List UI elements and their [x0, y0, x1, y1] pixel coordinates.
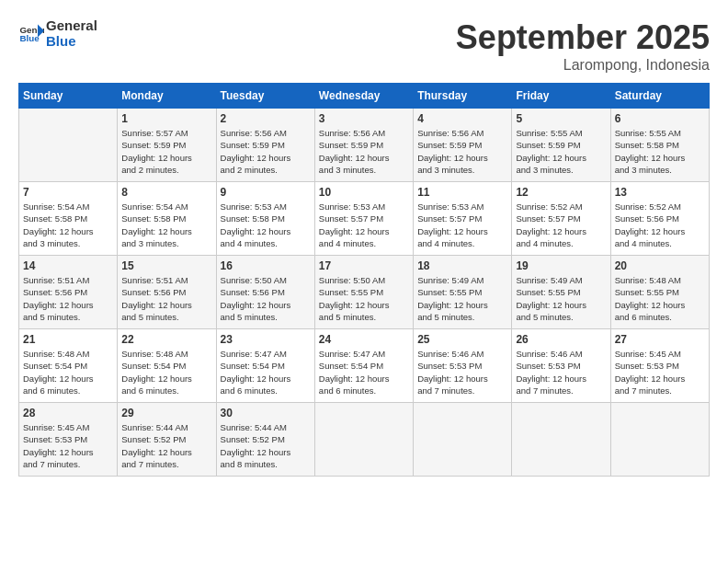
- day-info: Sunrise: 5:54 AM Sunset: 5:58 PM Dayligh…: [121, 201, 211, 249]
- calendar-cell: 21Sunrise: 5:48 AM Sunset: 5:54 PM Dayli…: [19, 329, 118, 403]
- day-number: 9: [221, 186, 311, 199]
- day-number: 2: [221, 112, 311, 125]
- calendar-cell: 10Sunrise: 5:53 AM Sunset: 5:57 PM Dayli…: [314, 182, 413, 256]
- calendar-cell: [19, 109, 118, 182]
- day-number: 23: [221, 333, 311, 346]
- calendar-cell: [610, 403, 709, 477]
- calendar-cell: 16Sunrise: 5:50 AM Sunset: 5:56 PM Dayli…: [216, 256, 314, 329]
- day-number: 12: [516, 186, 606, 199]
- day-info: Sunrise: 5:50 AM Sunset: 5:55 PM Dayligh…: [319, 274, 409, 323]
- day-number: 26: [516, 333, 606, 346]
- calendar-cell: 27Sunrise: 5:45 AM Sunset: 5:53 PM Dayli…: [610, 329, 709, 403]
- day-info: Sunrise: 5:47 AM Sunset: 5:54 PM Dayligh…: [221, 348, 311, 396]
- column-header-sunday: Sunday: [19, 84, 118, 109]
- day-number: 24: [319, 333, 409, 346]
- month-year-title: September 2025: [456, 18, 710, 57]
- day-number: 7: [23, 186, 113, 199]
- column-header-friday: Friday: [512, 84, 610, 109]
- day-info: Sunrise: 5:48 AM Sunset: 5:54 PM Dayligh…: [23, 348, 113, 396]
- logo-icon: General Blue: [18, 21, 44, 47]
- calendar-cell: 26Sunrise: 5:46 AM Sunset: 5:53 PM Dayli…: [512, 329, 610, 403]
- calendar-header-row: SundayMondayTuesdayWednesdayThursdayFrid…: [19, 84, 710, 109]
- calendar-cell: 17Sunrise: 5:50 AM Sunset: 5:55 PM Dayli…: [314, 256, 413, 329]
- day-number: 20: [615, 259, 705, 272]
- column-header-wednesday: Wednesday: [314, 84, 413, 109]
- day-info: Sunrise: 5:44 AM Sunset: 5:52 PM Dayligh…: [121, 421, 211, 470]
- day-info: Sunrise: 5:55 AM Sunset: 5:59 PM Dayligh…: [516, 127, 606, 176]
- calendar-cell: 5Sunrise: 5:55 AM Sunset: 5:59 PM Daylig…: [512, 109, 610, 182]
- calendar-cell: 25Sunrise: 5:46 AM Sunset: 5:53 PM Dayli…: [414, 329, 512, 403]
- day-info: Sunrise: 5:53 AM Sunset: 5:58 PM Dayligh…: [221, 201, 311, 249]
- column-header-thursday: Thursday: [414, 84, 512, 109]
- day-number: 10: [319, 186, 409, 199]
- calendar-cell: 19Sunrise: 5:49 AM Sunset: 5:55 PM Dayli…: [512, 256, 610, 329]
- day-number: 29: [121, 407, 211, 419]
- calendar-cell: 12Sunrise: 5:52 AM Sunset: 5:57 PM Dayli…: [512, 182, 610, 256]
- calendar-table: SundayMondayTuesdayWednesdayThursdayFrid…: [18, 83, 710, 477]
- day-number: 17: [319, 259, 409, 272]
- day-info: Sunrise: 5:51 AM Sunset: 5:56 PM Dayligh…: [121, 274, 211, 323]
- day-number: 30: [221, 407, 311, 419]
- logo: General Blue General Blue: [18, 18, 97, 49]
- calendar-cell: 9Sunrise: 5:53 AM Sunset: 5:58 PM Daylig…: [216, 182, 314, 256]
- calendar-week-row: 28Sunrise: 5:45 AM Sunset: 5:53 PM Dayli…: [19, 403, 710, 477]
- calendar-cell: 23Sunrise: 5:47 AM Sunset: 5:54 PM Dayli…: [216, 329, 314, 403]
- day-info: Sunrise: 5:46 AM Sunset: 5:53 PM Dayligh…: [417, 348, 507, 396]
- day-info: Sunrise: 5:56 AM Sunset: 5:59 PM Dayligh…: [221, 127, 311, 176]
- day-info: Sunrise: 5:46 AM Sunset: 5:53 PM Dayligh…: [516, 348, 606, 396]
- calendar-cell: 8Sunrise: 5:54 AM Sunset: 5:58 PM Daylig…: [118, 182, 216, 256]
- day-number: 5: [516, 112, 606, 125]
- day-number: 15: [121, 259, 211, 272]
- day-info: Sunrise: 5:49 AM Sunset: 5:55 PM Dayligh…: [516, 274, 606, 323]
- day-info: Sunrise: 5:45 AM Sunset: 5:53 PM Dayligh…: [23, 421, 113, 470]
- calendar-cell: 29Sunrise: 5:44 AM Sunset: 5:52 PM Dayli…: [118, 403, 216, 477]
- header: General Blue General Blue September 2025…: [18, 18, 710, 74]
- day-info: Sunrise: 5:55 AM Sunset: 5:58 PM Dayligh…: [615, 127, 705, 176]
- day-number: 6: [615, 112, 705, 125]
- logo-general: General: [46, 18, 97, 34]
- day-info: Sunrise: 5:52 AM Sunset: 5:56 PM Dayligh…: [615, 201, 705, 249]
- calendar-cell: 3Sunrise: 5:56 AM Sunset: 5:59 PM Daylig…: [314, 109, 413, 182]
- calendar-cell: 2Sunrise: 5:56 AM Sunset: 5:59 PM Daylig…: [216, 109, 314, 182]
- day-number: 4: [417, 112, 507, 125]
- day-number: 8: [121, 186, 211, 199]
- column-header-tuesday: Tuesday: [216, 84, 314, 109]
- day-number: 27: [615, 333, 705, 346]
- calendar-cell: 30Sunrise: 5:44 AM Sunset: 5:52 PM Dayli…: [216, 403, 314, 477]
- day-info: Sunrise: 5:50 AM Sunset: 5:56 PM Dayligh…: [221, 274, 311, 323]
- calendar-cell: [414, 403, 512, 477]
- day-info: Sunrise: 5:51 AM Sunset: 5:56 PM Dayligh…: [23, 274, 113, 323]
- day-number: 13: [615, 186, 705, 199]
- logo-blue: Blue: [46, 34, 97, 50]
- day-info: Sunrise: 5:45 AM Sunset: 5:53 PM Dayligh…: [615, 348, 705, 396]
- calendar-cell: 1Sunrise: 5:57 AM Sunset: 5:59 PM Daylig…: [118, 109, 216, 182]
- calendar-cell: [314, 403, 413, 477]
- calendar-cell: 13Sunrise: 5:52 AM Sunset: 5:56 PM Dayli…: [610, 182, 709, 256]
- calendar-cell: 22Sunrise: 5:48 AM Sunset: 5:54 PM Dayli…: [118, 329, 216, 403]
- day-number: 22: [121, 333, 211, 346]
- day-number: 19: [516, 259, 606, 272]
- day-number: 1: [121, 112, 211, 125]
- day-info: Sunrise: 5:57 AM Sunset: 5:59 PM Dayligh…: [121, 127, 211, 176]
- column-header-saturday: Saturday: [610, 84, 709, 109]
- day-info: Sunrise: 5:53 AM Sunset: 5:57 PM Dayligh…: [319, 201, 409, 249]
- calendar-cell: 4Sunrise: 5:56 AM Sunset: 5:59 PM Daylig…: [414, 109, 512, 182]
- day-info: Sunrise: 5:56 AM Sunset: 5:59 PM Dayligh…: [319, 127, 409, 176]
- day-info: Sunrise: 5:52 AM Sunset: 5:57 PM Dayligh…: [516, 201, 606, 249]
- day-info: Sunrise: 5:48 AM Sunset: 5:54 PM Dayligh…: [121, 348, 211, 396]
- calendar-week-row: 7Sunrise: 5:54 AM Sunset: 5:58 PM Daylig…: [19, 182, 710, 256]
- day-info: Sunrise: 5:47 AM Sunset: 5:54 PM Dayligh…: [319, 348, 409, 396]
- day-info: Sunrise: 5:56 AM Sunset: 5:59 PM Dayligh…: [417, 127, 507, 176]
- day-number: 28: [23, 407, 113, 419]
- day-number: 11: [417, 186, 507, 199]
- calendar-cell: 6Sunrise: 5:55 AM Sunset: 5:58 PM Daylig…: [610, 109, 709, 182]
- calendar-cell: 28Sunrise: 5:45 AM Sunset: 5:53 PM Dayli…: [19, 403, 118, 477]
- day-number: 14: [23, 259, 113, 272]
- day-info: Sunrise: 5:53 AM Sunset: 5:57 PM Dayligh…: [417, 201, 507, 249]
- calendar-cell: 18Sunrise: 5:49 AM Sunset: 5:55 PM Dayli…: [414, 256, 512, 329]
- calendar-cell: 7Sunrise: 5:54 AM Sunset: 5:58 PM Daylig…: [19, 182, 118, 256]
- location-subtitle: Larompong, Indonesia: [456, 57, 710, 74]
- day-info: Sunrise: 5:49 AM Sunset: 5:55 PM Dayligh…: [417, 274, 507, 323]
- calendar-week-row: 1Sunrise: 5:57 AM Sunset: 5:59 PM Daylig…: [19, 109, 710, 182]
- day-info: Sunrise: 5:54 AM Sunset: 5:58 PM Dayligh…: [23, 201, 113, 249]
